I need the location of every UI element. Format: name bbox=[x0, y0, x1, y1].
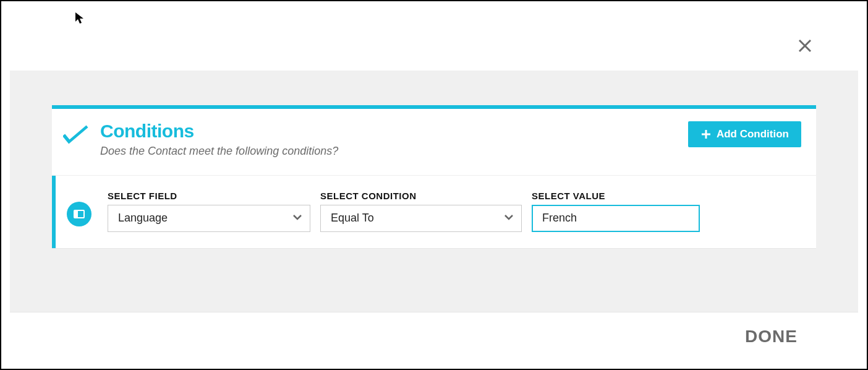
close-button[interactable] bbox=[795, 37, 815, 57]
panel-title: Conditions bbox=[100, 121, 338, 141]
condition-select[interactable] bbox=[320, 205, 522, 232]
condition-row: SELECT FIELD SELECT CONDITION bbox=[52, 176, 816, 248]
add-condition-label: Add Condition bbox=[717, 128, 789, 140]
dialog-footer: DONE bbox=[10, 312, 858, 360]
cursor-icon bbox=[75, 12, 86, 28]
plus-icon bbox=[700, 129, 712, 140]
add-condition-button[interactable]: Add Condition bbox=[688, 121, 801, 147]
select-condition-label: SELECT CONDITION bbox=[320, 191, 522, 201]
select-condition-group: SELECT CONDITION bbox=[320, 191, 522, 232]
select-value-group: SELECT VALUE bbox=[532, 191, 700, 232]
dialog-frame: Conditions Does the Contact meet the fol… bbox=[0, 0, 868, 370]
row-icon bbox=[67, 202, 91, 226]
field-select-wrap bbox=[108, 205, 310, 232]
select-field-group: SELECT FIELD bbox=[108, 191, 310, 232]
select-value-label: SELECT VALUE bbox=[532, 191, 700, 201]
condition-select-wrap bbox=[320, 205, 522, 232]
select-field-label: SELECT FIELD bbox=[108, 191, 310, 201]
done-button[interactable]: DONE bbox=[745, 327, 798, 346]
close-icon bbox=[797, 38, 813, 56]
panel-subtitle: Does the Contact meet the following cond… bbox=[100, 145, 338, 158]
header-text: Conditions Does the Contact meet the fol… bbox=[100, 121, 338, 158]
conditions-panel: Conditions Does the Contact meet the fol… bbox=[52, 105, 816, 248]
field-select[interactable] bbox=[108, 205, 310, 232]
check-icon bbox=[63, 124, 89, 148]
svg-rect-5 bbox=[74, 210, 78, 218]
value-input[interactable] bbox=[532, 205, 700, 232]
done-label: DONE bbox=[745, 327, 798, 346]
panel-header: Conditions Does the Contact meet the fol… bbox=[52, 109, 816, 176]
